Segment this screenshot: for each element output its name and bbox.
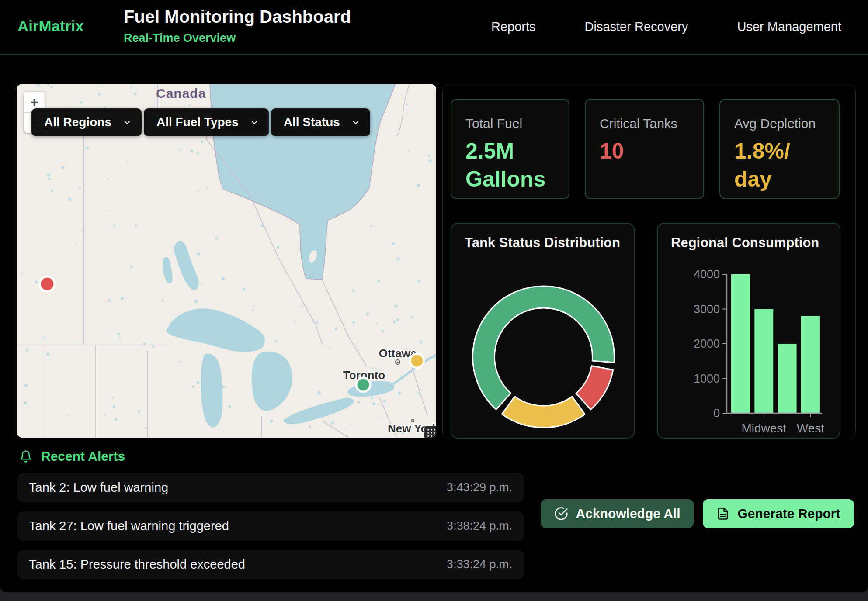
brand-logo[interactable]: AirMatrix bbox=[17, 17, 84, 35]
fuel-monitoring-dashboard: AirMatrix Fuel Monitoring Dashboard Real… bbox=[0, 0, 868, 592]
generate-report-button[interactable]: Generate Report bbox=[703, 499, 854, 528]
stat-value-avg-depletion: 1.8%/day bbox=[734, 137, 839, 193]
filter-regions[interactable]: All Regions bbox=[31, 108, 142, 136]
filter-status-value: All Status bbox=[284, 115, 340, 129]
stat-card-critical-tanks: Critical Tanks 10 bbox=[585, 99, 704, 199]
drag-handle-icon[interactable] bbox=[424, 426, 436, 438]
nav-user-management[interactable]: User Management bbox=[737, 20, 841, 34]
recent-alerts-title: Recent Alerts bbox=[41, 449, 125, 464]
svg-text:1000: 1000 bbox=[694, 372, 720, 385]
bar-2 bbox=[778, 344, 797, 413]
svg-text:2000: 2000 bbox=[694, 337, 720, 350]
bell-icon bbox=[19, 449, 32, 463]
stat-label: Total Fuel bbox=[465, 116, 569, 131]
acknowledge-all-label: Acknowledge All bbox=[576, 506, 681, 521]
alert-timestamp: 3:33:24 p.m. bbox=[447, 558, 512, 571]
page-subtitle: Real-Time Overview bbox=[124, 31, 236, 45]
tank-marker-normal[interactable] bbox=[356, 378, 370, 392]
filter-fuel-types-value: All Fuel Types bbox=[156, 115, 239, 129]
bar-1 bbox=[754, 309, 773, 414]
alert-row[interactable]: Tank 27: Low fuel warning triggered 3:38… bbox=[17, 511, 524, 541]
nav-reports[interactable]: Reports bbox=[491, 20, 536, 34]
tank-status-donut-chart bbox=[451, 224, 635, 438]
filter-status[interactable]: All Status bbox=[271, 108, 370, 136]
chevron-down-icon bbox=[250, 118, 259, 127]
alert-timestamp: 3:43:29 p.m. bbox=[447, 481, 512, 494]
tank-status-chart-card: Tank Status Distribution bbox=[451, 223, 635, 439]
bar-0 bbox=[731, 274, 750, 413]
page-title: Fuel Monitoring Dashboard bbox=[124, 7, 351, 27]
tank-marker-warning[interactable] bbox=[410, 354, 424, 368]
map-label-canada: Canada bbox=[156, 86, 206, 100]
stat-card-total-fuel: Total Fuel 2.5MGallons bbox=[451, 99, 569, 199]
alert-row[interactable]: Tank 15: Pressure threshold exceeded 3:3… bbox=[17, 550, 524, 579]
metrics-panel: Total Fuel 2.5MGallons Critical Tanks 10… bbox=[442, 84, 856, 439]
ottawa-town-dot-core bbox=[397, 361, 398, 363]
regional-consumption-bar-chart: 01000200030004000MidwestWest bbox=[658, 224, 841, 438]
alert-text: Tank 2: Low fuel warning bbox=[29, 480, 168, 495]
alert-timestamp: 3:38:24 p.m. bbox=[447, 519, 512, 533]
chevron-down-icon bbox=[123, 118, 132, 127]
svg-text:West: West bbox=[797, 421, 824, 435]
acknowledge-all-button[interactable]: Acknowledge All bbox=[541, 499, 694, 528]
check-circle-icon bbox=[554, 507, 568, 521]
svg-text:0: 0 bbox=[713, 407, 720, 420]
nav-disaster-recovery[interactable]: Disaster Recovery bbox=[585, 20, 688, 34]
stat-label: Avg Depletion bbox=[734, 116, 839, 131]
regional-consumption-chart-card: Regional Consumption 01000200030004000Mi… bbox=[657, 223, 840, 439]
main-nav: Reports Disaster Recovery User Managemen… bbox=[491, 0, 841, 54]
bar-3 bbox=[801, 316, 820, 413]
filter-fuel-types[interactable]: All Fuel Types bbox=[144, 108, 269, 136]
svg-text:3000: 3000 bbox=[694, 303, 720, 316]
alert-text: Tank 15: Pressure threshold exceeded bbox=[29, 557, 245, 572]
alert-row[interactable]: Tank 2: Low fuel warning 3:43:29 p.m. bbox=[17, 473, 524, 502]
donut-segment-warning bbox=[502, 397, 585, 428]
recent-alerts-header: Recent Alerts bbox=[19, 449, 125, 464]
map-filters: All Regions All Fuel Types All Status bbox=[31, 108, 370, 136]
filter-regions-value: All Regions bbox=[44, 115, 111, 129]
generate-report-label: Generate Report bbox=[737, 506, 840, 521]
alert-text: Tank 27: Low fuel warning triggered bbox=[29, 519, 229, 533]
map-canvas[interactable]: Canada Ottawa Toronto New York bbox=[17, 84, 436, 438]
stat-label: Critical Tanks bbox=[600, 116, 703, 131]
svg-text:4000: 4000 bbox=[694, 268, 720, 281]
file-text-icon bbox=[716, 507, 729, 520]
chevron-down-icon bbox=[351, 118, 360, 127]
header: AirMatrix Fuel Monitoring Dashboard Real… bbox=[0, 0, 868, 55]
stat-value-total-fuel: 2.5MGallons bbox=[465, 137, 569, 193]
donut-segment-critical bbox=[576, 366, 613, 410]
stat-card-avg-depletion: Avg Depletion 1.8%/day bbox=[719, 99, 840, 199]
stat-value-critical-tanks: 10 bbox=[600, 137, 703, 165]
map-panel[interactable]: Canada Ottawa Toronto New York + − All R… bbox=[17, 84, 436, 438]
tank-marker-critical[interactable] bbox=[40, 276, 55, 291]
svg-text:Midwest: Midwest bbox=[741, 421, 786, 435]
